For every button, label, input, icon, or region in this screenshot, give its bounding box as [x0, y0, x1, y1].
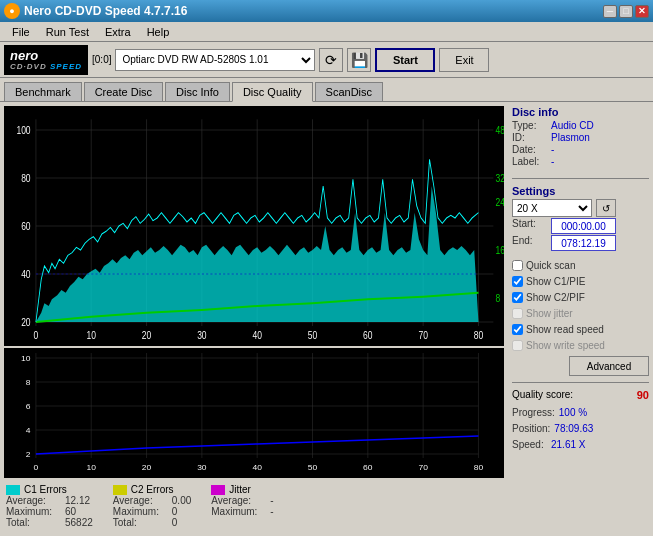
speed-refresh-btn[interactable]: ↺ — [596, 199, 616, 217]
minimize-button[interactable]: ─ — [603, 5, 617, 18]
tab-benchmark[interactable]: Benchmark — [4, 82, 82, 101]
c1-avg-row: Average: 12.12 — [6, 495, 93, 506]
svg-text:32: 32 — [495, 172, 504, 184]
jitter-legend-title: Jitter — [211, 484, 273, 495]
show-read-speed-checkbox[interactable] — [512, 324, 523, 335]
jitter-legend-box — [211, 485, 225, 495]
svg-text:80: 80 — [474, 329, 483, 341]
svg-text:16: 16 — [495, 244, 504, 256]
menu-extra[interactable]: Extra — [97, 24, 139, 40]
exit-button[interactable]: Exit — [439, 48, 489, 72]
close-button[interactable]: ✕ — [635, 5, 649, 18]
position-row: Position: 78:09.63 — [512, 423, 649, 434]
separator-1 — [512, 178, 649, 179]
start-button[interactable]: Start — [375, 48, 435, 72]
svg-text:48: 48 — [495, 124, 504, 136]
start-time-field[interactable] — [551, 218, 616, 234]
c2-legend-title: C2 Errors — [113, 484, 191, 495]
svg-text:60: 60 — [21, 220, 30, 232]
menu-run-test[interactable]: Run Test — [38, 24, 97, 40]
maximize-button[interactable]: □ — [619, 5, 633, 18]
disc-id-value: Plasmon — [551, 132, 590, 143]
jitter-max-label: Maximum: — [211, 506, 266, 517]
quick-scan-checkbox[interactable] — [512, 260, 523, 271]
c1-legend-box — [6, 485, 20, 495]
svg-text:70: 70 — [418, 329, 427, 341]
tab-disc-quality[interactable]: Disc Quality — [232, 82, 313, 102]
disc-type-value: Audio CD — [551, 120, 594, 131]
tab-bar: Benchmark Create Disc Disc Info Disc Qua… — [0, 78, 653, 102]
progress-row: Progress: 100 % — [512, 407, 649, 418]
menu-bar: File Run Test Extra Help — [0, 22, 653, 42]
svg-text:40: 40 — [252, 463, 262, 472]
jitter-avg-value: - — [270, 495, 273, 506]
disc-info-title: Disc info — [512, 106, 649, 118]
svg-text:40: 40 — [21, 268, 30, 280]
jitter-max-value: - — [270, 506, 273, 517]
svg-text:40: 40 — [252, 329, 261, 341]
show-jitter-checkbox[interactable] — [512, 308, 523, 319]
quick-scan-label: Quick scan — [526, 260, 575, 271]
disc-label-value: - — [551, 156, 554, 167]
toolbar: nero CD·DVD SPEED [0:0] Optiarc DVD RW A… — [0, 42, 653, 78]
advanced-button[interactable]: Advanced — [569, 356, 649, 376]
c1-avg-value: 12.12 — [65, 495, 90, 506]
c2-legend-label: C2 Errors — [131, 484, 174, 495]
tab-scan-disc[interactable]: ScanDisc — [315, 82, 383, 101]
progress-value: 100 % — [559, 407, 587, 418]
tab-disc-info[interactable]: Disc Info — [165, 82, 230, 101]
drive-combo[interactable]: Optiarc DVD RW AD-5280S 1.01 — [115, 49, 315, 71]
c1-legend-title: C1 Errors — [6, 484, 93, 495]
menu-help[interactable]: Help — [139, 24, 178, 40]
disc-id-row: ID: Plasmon — [512, 132, 649, 143]
title-bar-left: ● Nero CD-DVD Speed 4.7.7.16 — [4, 3, 187, 19]
menu-file[interactable]: File — [4, 24, 38, 40]
svg-text:50: 50 — [308, 329, 317, 341]
c1-total-label: Total: — [6, 517, 61, 528]
svg-text:20: 20 — [142, 329, 151, 341]
position-label: Position: — [512, 423, 550, 434]
settings-title: Settings — [512, 185, 649, 197]
start-time-row: Start: — [512, 218, 649, 234]
save-button[interactable]: 💾 — [347, 48, 371, 72]
tab-create-disc[interactable]: Create Disc — [84, 82, 163, 101]
right-panel: Disc info Type: Audio CD ID: Plasmon Dat… — [508, 102, 653, 536]
disc-date-label: Date: — [512, 144, 547, 155]
disc-label-row: Label: - — [512, 156, 649, 167]
svg-text:6: 6 — [26, 402, 31, 411]
svg-text:20: 20 — [142, 463, 152, 472]
small-chart-svg: 10 8 6 4 2 0 10 20 30 40 50 60 70 80 — [4, 348, 504, 478]
svg-text:100: 100 — [16, 124, 30, 136]
svg-text:50: 50 — [308, 463, 318, 472]
main-chart-svg: 100 80 60 40 20 48 32 24 16 8 0 10 20 30… — [4, 106, 504, 346]
svg-text:10: 10 — [21, 354, 31, 363]
end-time-field[interactable] — [551, 235, 616, 251]
jitter-avg-row: Average: - — [211, 495, 273, 506]
show-c2pif-checkbox[interactable] — [512, 292, 523, 303]
c1-legend: C1 Errors Average: 12.12 Maximum: 60 Tot… — [6, 484, 93, 528]
speed-row: 20 X ↺ — [512, 199, 649, 217]
svg-text:70: 70 — [418, 463, 428, 472]
show-write-speed-checkbox[interactable] — [512, 340, 523, 351]
show-c1pie-checkbox[interactable] — [512, 276, 523, 287]
speed-combo[interactable]: 20 X — [512, 199, 592, 217]
show-c2pif-label: Show C2/PIF — [526, 292, 585, 303]
c2-max-row: Maximum: 0 — [113, 506, 191, 517]
refresh-button[interactable]: ⟳ — [319, 48, 343, 72]
c1-total-value: 56822 — [65, 517, 93, 528]
c2-avg-value: 0.00 — [172, 495, 191, 506]
nero-brand: nero — [10, 49, 82, 62]
disc-type-label: Type: — [512, 120, 547, 131]
quality-score-value: 90 — [637, 389, 649, 401]
small-chart: 10 8 6 4 2 0 10 20 30 40 50 60 70 80 — [4, 348, 504, 478]
svg-text:8: 8 — [26, 378, 31, 387]
disc-type-row: Type: Audio CD — [512, 120, 649, 131]
svg-text:2: 2 — [26, 450, 31, 459]
legend-area: C1 Errors Average: 12.12 Maximum: 60 Tot… — [4, 480, 504, 532]
c1-max-value: 60 — [65, 506, 76, 517]
main-content: 100 80 60 40 20 48 32 24 16 8 0 10 20 30… — [0, 102, 653, 536]
svg-text:0: 0 — [34, 463, 39, 472]
main-chart: 100 80 60 40 20 48 32 24 16 8 0 10 20 30… — [4, 106, 504, 346]
c2-legend: C2 Errors Average: 0.00 Maximum: 0 Total… — [113, 484, 191, 528]
speed-info-label: Speed: — [512, 439, 547, 450]
